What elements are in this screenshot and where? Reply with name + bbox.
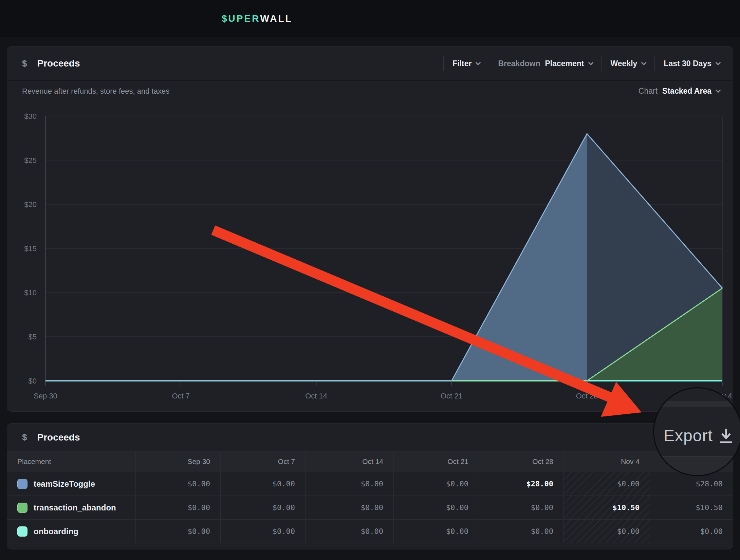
chart-subtitle: Revenue after refunds, store fees, and t… [22,87,169,96]
chevron-down-icon [476,60,481,65]
y-axis-label: $10 [24,288,37,297]
value-cell: $0.00 [220,520,305,543]
chart-type-label: Chart [639,87,658,96]
interval-value: Weekly [611,59,637,68]
y-axis-label: $15 [24,244,37,253]
chart-controls: Filter Breakdown Placement Weekly Last 3… [443,56,720,71]
value-cell: $0.00 [305,472,393,496]
chart-subheader: Revenue after refunds, store fees, and t… [22,87,720,96]
value-cell: $10.50 [650,496,733,519]
date-column-header: Oct 7 [220,451,305,472]
value-cell: $10.50 [563,496,650,519]
value-cell: $0.00 [220,472,305,496]
y-axis-label: $20 [24,200,37,209]
chart-type-dropdown[interactable]: Chart Stacked Area [639,87,720,96]
line-transaction_abandon [45,288,722,381]
value-cell: $0.00 [650,520,733,543]
magnified-divider [654,401,740,407]
superwall-dashboard: $UPERWALL $ Proceeds Filter Breakdown Pl… [0,0,740,560]
y-axis-label: $0 [29,377,37,385]
placement-cell: onboarding [7,520,135,543]
breakdown-dropdown[interactable]: Breakdown Placement [498,59,592,68]
x-axis-label: Oct 28 [576,392,598,400]
series-swatch [17,503,27,513]
filter-dropdown[interactable]: Filter [452,59,480,68]
value-cell: $0.00 [305,520,393,543]
value-cell: $0.00 [393,472,479,496]
breakdown-value: Placement [545,59,584,68]
export-magnifier-circle: Export [653,387,740,476]
filter-label: Filter [452,59,471,68]
date-column-header: Sep 30 [135,451,220,472]
logo-wall-text: WALL [260,13,292,24]
table-header-row: PlacementSep 30Oct 7Oct 14Oct 21Oct 28No… [7,451,733,472]
value-cell: $0.00 [135,520,220,543]
placement-cell: transaction_abandon [7,496,135,519]
x-axis-label: Oct 14 [305,392,327,400]
date-column-header: Oct 21 [393,451,479,472]
area-teamSizeToggle [451,134,587,381]
y-axis-label: $5 [29,333,37,341]
table-body: teamSizeToggle$0.00$0.00$0.00$0.00$28.00… [7,472,733,543]
divider [654,56,655,71]
proceeds-stacked-area-chart: $0$5$10$15$20$25$30Sep 30Oct 7Oct 14Oct … [7,46,734,412]
value-cell: $0.00 [220,496,305,519]
date-column-header: Oct 14 [305,451,393,472]
series-swatch [17,526,27,537]
date-range-value: Last 30 Days [664,59,711,68]
placement-name: transaction_abandon [34,503,116,512]
table-row: teamSizeToggle$0.00$0.00$0.00$0.00$28.00… [7,472,733,496]
chevron-down-icon [716,88,721,93]
value-cell: $0.00 [135,472,220,496]
chart-card-header: $ Proceeds Filter Breakdown Placement We… [7,46,733,80]
value-cell: $0.00 [563,520,650,543]
page-title: Proceeds [37,58,80,69]
value-cell: $0.00 [393,496,479,519]
logo-dollar-text: $UPER [222,13,260,24]
top-bar: $UPERWALL [0,0,740,37]
chevron-down-icon [716,60,721,65]
placement-cell: teamSizeToggle [7,472,135,496]
divider [443,56,444,71]
superwall-logo[interactable]: $UPERWALL [222,0,293,37]
date-range-dropdown[interactable]: Last 30 Days [664,59,720,68]
chevron-down-icon [641,60,647,65]
y-axis-label: $30 [24,112,37,120]
value-cell: $0.00 [563,472,650,496]
x-axis-label: Oct 21 [441,392,463,400]
placement-name: teamSizeToggle [34,479,95,489]
chevron-down-icon [588,60,593,65]
date-column-header: Nov 4 [563,451,650,472]
interval-dropdown[interactable]: Weekly [611,59,646,68]
placement-column-header: Placement [7,451,135,472]
dollar-icon: $ [22,58,27,69]
line-teamSizeToggle [45,134,722,381]
export-button[interactable]: Export [664,426,733,445]
table-title: Proceeds [37,432,80,443]
table-row: onboarding$0.00$0.00$0.00$0.00$0.00$0.00… [7,520,733,543]
proceeds-table-card: $ Proceeds PlacementSep 30Oct 7Oct 14Oct… [7,423,733,549]
value-cell: $0.00 [305,496,393,519]
proceeds-chart-card: $ Proceeds Filter Breakdown Placement We… [7,46,733,412]
value-cell: $0.00 [479,496,563,519]
value-cell: $0.00 [393,520,479,543]
value-cell: $28.00 [479,472,563,496]
divider [489,56,489,71]
export-label: Export [664,426,713,445]
area-teamSizeToggle [587,134,722,381]
divider [602,56,602,71]
x-axis-label: Sep 30 [34,392,57,400]
value-cell: $0.00 [135,496,220,519]
x-axis-label: Oct 7 [172,392,190,400]
download-icon [719,427,733,444]
y-axis-label: $25 [24,156,37,165]
table-row: transaction_abandon$0.00$0.00$0.00$0.00$… [7,496,733,520]
value-cell: $0.00 [479,520,563,543]
date-column-header: Oct 28 [479,451,563,472]
series-swatch [17,479,27,489]
dollar-icon: $ [22,432,27,443]
placement-name: onboarding [34,527,78,536]
chart-type-value: Stacked Area [662,87,711,96]
area-transaction_abandon [587,288,722,381]
divider [7,80,733,81]
